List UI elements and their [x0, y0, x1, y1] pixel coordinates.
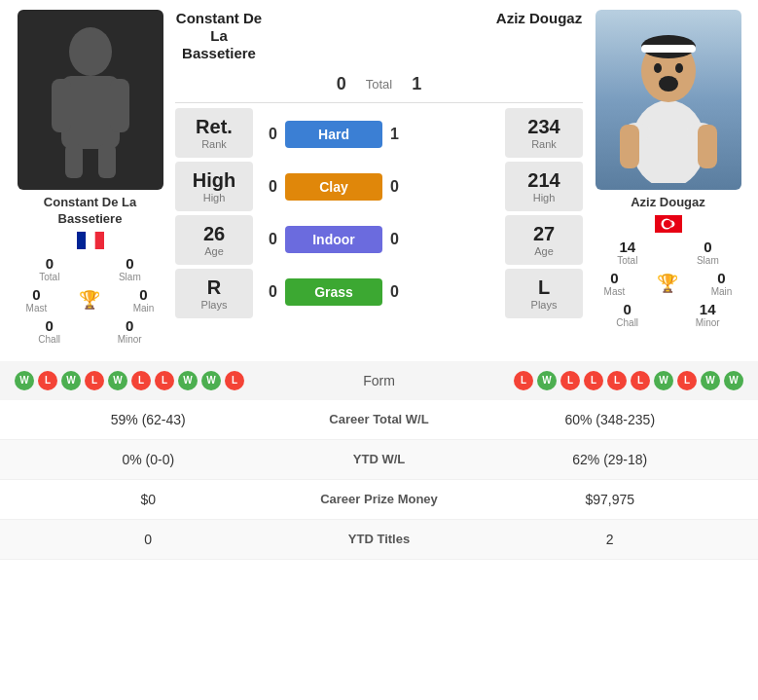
form-badge-left: L: [131, 371, 151, 390]
form-badge-right: W: [654, 371, 673, 390]
svg-point-9: [632, 100, 705, 183]
total-right: 1: [412, 74, 421, 94]
right-player-section: Aziz Dougaz 14 Total: [588, 10, 748, 347]
right-total-stat: 14 Total: [617, 239, 637, 266]
court-types: 0 Hard 1 0 Clay 0 0 Indo: [258, 108, 500, 318]
right-player-name: Aziz Dougaz: [588, 195, 748, 211]
form-badge-right: W: [537, 371, 557, 390]
stats-row: 0YTD Titles2: [0, 520, 758, 560]
left-high-box: High High: [175, 162, 253, 211]
stats-row-left-value: 0: [15, 532, 282, 547]
svg-rect-18: [620, 125, 639, 168]
right-player-silhouette: [605, 18, 732, 183]
center-area: Constant De La Bassetiere Aziz Dougaz 0 …: [175, 10, 583, 347]
right-mid-stats: 234 Rank 214 High 27 Age L: [505, 108, 583, 318]
form-badge-left: W: [108, 371, 127, 390]
svg-rect-4: [65, 144, 83, 178]
form-badge-left: W: [178, 371, 198, 390]
form-badge-left: L: [85, 371, 104, 390]
stats-row-left-value: 0% (0-0): [15, 452, 282, 467]
right-player-bottom-stats: 14 Total 0 Slam 0 Mast 🏆: [588, 239, 748, 328]
svg-point-14: [654, 63, 662, 73]
stats-row-center-label: Career Prize Money: [282, 492, 477, 506]
form-badge-right: L: [560, 371, 580, 390]
stats-row: 0% (0-0)YTD W/L62% (29-18): [0, 440, 758, 480]
left-player-photo: [18, 10, 163, 190]
svg-rect-2: [52, 79, 71, 132]
right-player-photo: [596, 10, 741, 190]
hard-button[interactable]: Hard: [285, 121, 382, 148]
svg-rect-19: [698, 125, 717, 168]
stats-row: $0Career Prize Money$97,975: [0, 480, 758, 520]
svg-point-0: [69, 27, 112, 76]
left-mid-stats: Ret. Rank High High 26 Age R: [175, 108, 253, 318]
left-slam-stat: 0 Slam: [119, 255, 141, 282]
right-main-stat: 0 Main: [711, 270, 733, 297]
left-player-section: Constant De La Bassetiere 0 Total: [10, 10, 170, 347]
indoor-button[interactable]: Indoor: [285, 226, 382, 253]
clay-button[interactable]: Clay: [285, 173, 382, 201]
stats-row-right-value: 60% (348-235): [477, 412, 744, 427]
right-header-name: Aziz Dougaz: [495, 10, 583, 27]
right-minor-stat: 14 Minor: [696, 301, 720, 328]
form-badge-right: L: [631, 371, 650, 390]
left-age-box: 26 Age: [175, 215, 253, 265]
form-badge-right: L: [607, 371, 627, 390]
form-badge-left: W: [15, 371, 34, 390]
clay-row: 0 Clay 0: [258, 167, 500, 206]
trophy-icon-right: 🏆: [657, 270, 678, 297]
svg-rect-6: [77, 232, 86, 249]
indoor-row: 0 Indoor 0: [258, 220, 500, 259]
right-slam-stat: 0 Slam: [697, 239, 719, 266]
france-flag-icon: [77, 232, 104, 249]
total-label: Total: [366, 77, 392, 92]
form-left: WLWLWLLWWL: [15, 371, 336, 390]
form-badge-right: W: [724, 371, 743, 390]
left-chall-stat: 0 Chall: [38, 317, 60, 345]
form-badge-right: L: [677, 371, 697, 390]
form-badge-right: L: [584, 371, 603, 390]
stats-row-left-value: $0: [15, 492, 282, 507]
right-rank-box: 234 Rank: [505, 108, 583, 158]
svg-rect-7: [86, 232, 94, 249]
form-badge-left: L: [225, 371, 244, 390]
right-age-box: 27 Age: [505, 215, 583, 265]
left-total-stat: 0 Total: [39, 255, 59, 282]
stats-row: 59% (62-43)Career Total W/L60% (348-235): [0, 400, 758, 440]
left-player-bottom-stats: 0 Total 0 Slam 0 Mast 🏆: [10, 255, 170, 345]
form-badge-right: W: [701, 371, 720, 390]
stats-row-right-value: $97,975: [477, 492, 744, 507]
left-rank-box: Ret. Rank: [175, 108, 253, 158]
left-player-flag: [10, 232, 170, 249]
form-label: Form: [341, 373, 418, 388]
stats-row-center-label: YTD W/L: [282, 452, 477, 466]
svg-point-22: [664, 220, 671, 228]
trophy-icon-left: 🏆: [79, 286, 100, 313]
main-container: Constant De La Bassetiere 0 Total: [0, 0, 758, 560]
right-chall-stat: 0 Chall: [616, 301, 638, 328]
form-badge-left: W: [61, 371, 81, 390]
left-player-name: Constant De La Bassetiere: [10, 195, 170, 228]
right-player-flag: [588, 215, 748, 233]
left-main-stat: 0 Main: [133, 286, 155, 313]
stats-row-right-value: 2: [477, 532, 744, 547]
svg-point-13: [659, 76, 678, 92]
grass-button[interactable]: Grass: [285, 278, 382, 306]
total-left: 0: [337, 74, 346, 94]
right-mast-stat: 0 Mast: [604, 270, 626, 297]
stats-row-center-label: YTD Titles: [282, 532, 477, 546]
form-section: WLWLWLLWWL Form LWLLLLWLWW: [0, 361, 758, 400]
stats-rows: 59% (62-43)Career Total W/L60% (348-235)…: [0, 400, 758, 560]
svg-rect-8: [94, 232, 103, 249]
left-header-name: Constant De La Bassetiere: [175, 10, 263, 62]
form-badge-left: L: [155, 371, 174, 390]
right-plays-box: L Plays: [505, 269, 583, 318]
svg-rect-3: [110, 79, 129, 132]
svg-rect-12: [641, 45, 696, 53]
form-badge-left: W: [201, 371, 221, 390]
right-high-box: 214 High: [505, 162, 583, 211]
form-right: LWLLLLWLWW: [423, 371, 744, 390]
grass-row: 0 Grass 0: [258, 273, 500, 312]
svg-rect-5: [98, 144, 116, 178]
left-mast-stat: 0 Mast: [26, 286, 48, 313]
